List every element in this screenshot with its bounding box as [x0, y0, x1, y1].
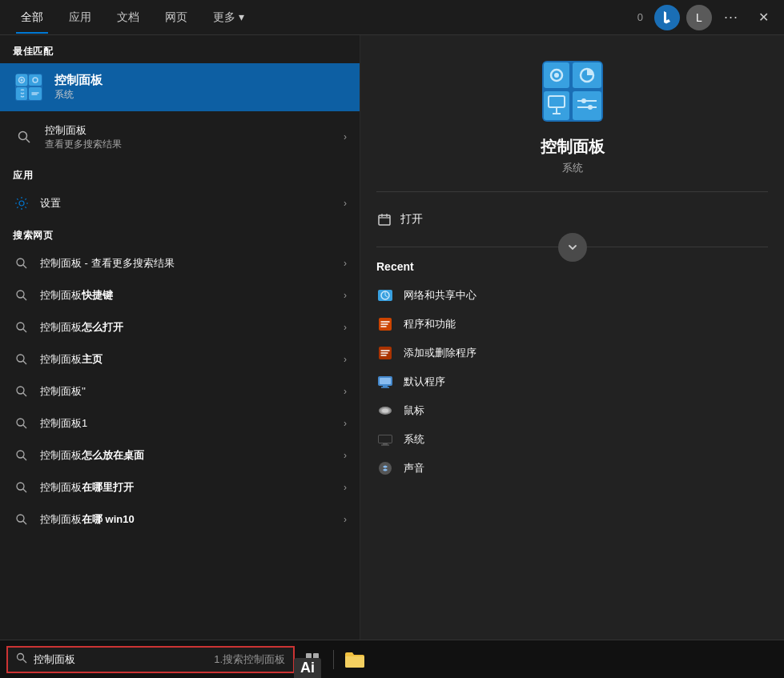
divider-line-right — [573, 247, 769, 247]
taskbar-search-box[interactable]: 控制面板 1.搜索控制面板 — [6, 646, 295, 673]
recent-title: Recent — [376, 260, 768, 273]
web-item-7-left: 控制面板在哪里打开 — [13, 479, 134, 496]
svg-line-10 — [26, 139, 30, 143]
svg-point-11 — [17, 259, 24, 266]
search-more-chevron: › — [344, 131, 347, 142]
web-item-3[interactable]: 控制面板主页 › — [0, 343, 360, 375]
tab-apps[interactable]: 应用 — [56, 2, 104, 33]
web-item-6-left: 控制面板怎么放在桌面 — [13, 447, 144, 464]
settings-icon — [13, 195, 30, 212]
web-item-8-chevron: › — [344, 514, 347, 525]
search-more-icon — [13, 126, 35, 148]
recent-icon-2 — [376, 344, 394, 362]
web-item-1-text: 控制面板快捷键 — [40, 288, 113, 303]
svg-line-26 — [23, 489, 26, 492]
close-button[interactable]: ✕ — [750, 5, 776, 30]
recent-icon-0 — [376, 287, 394, 304]
web-item-4-chevron: › — [344, 386, 347, 397]
recent-item-6[interactable]: 声音 — [376, 454, 768, 483]
svg-line-22 — [23, 425, 26, 428]
svg-point-7 — [21, 79, 23, 82]
web-item-8[interactable]: 控制面板在哪 win10 › — [0, 503, 360, 536]
tab-web[interactable]: 网页 — [152, 2, 200, 33]
svg-rect-57 — [379, 435, 392, 443]
svg-rect-33 — [573, 91, 601, 120]
tab-docs[interactable]: 文档 — [104, 2, 152, 33]
taskbar-search-icon — [16, 652, 27, 666]
tab-bar: 全部 应用 文档 网页 更多 ▾ 0 L ··· ✕ — [0, 0, 784, 35]
best-match-text: 控制面板 系统 — [54, 73, 103, 102]
svg-point-35 — [554, 73, 559, 78]
recent-item-1[interactable]: 程序和功能 — [376, 310, 768, 339]
taskbar-separator — [333, 650, 334, 669]
recent-icon-3 — [376, 373, 394, 391]
svg-point-42 — [581, 98, 586, 103]
taskbar-search-hint: 1.搜索控制面板 — [214, 652, 285, 667]
recent-item-5[interactable]: 系统 — [376, 425, 768, 454]
web-item-3-left: 控制面板主页 — [13, 351, 103, 368]
web-item-1-left: 控制面板快捷键 — [13, 287, 113, 304]
tab-all[interactable]: 全部 — [8, 2, 56, 33]
control-panel-icon — [14, 73, 43, 102]
svg-point-55 — [382, 409, 388, 413]
web-item-7-chevron: › — [344, 482, 347, 493]
recent-item-2[interactable]: 添加或删除程序 — [376, 339, 768, 367]
svg-line-20 — [23, 393, 26, 396]
recent-item-0-text: 网络和共享中心 — [404, 288, 476, 303]
web-item-8-left: 控制面板在哪 win10 — [13, 511, 135, 528]
web-item-4-text: 控制面板'' — [40, 384, 86, 399]
recent-icon-1 — [376, 315, 394, 333]
bing-button[interactable] — [654, 5, 680, 30]
svg-point-9 — [19, 132, 27, 140]
svg-point-25 — [17, 483, 24, 490]
recent-item-6-text: 声音 — [404, 461, 424, 475]
recent-item-2-text: 添加或删除程序 — [404, 346, 476, 360]
web-item-7[interactable]: 控制面板在哪里打开 › — [0, 471, 360, 503]
svg-point-23 — [17, 451, 24, 458]
web-item-5-text: 控制面板1 — [40, 416, 87, 431]
svg-point-19 — [17, 387, 24, 394]
scroll-down-button[interactable] — [558, 233, 587, 262]
recent-item-0[interactable]: 网络和共享中心 — [376, 281, 768, 310]
web-search-icon-3 — [13, 351, 30, 368]
web-search-icon-8 — [13, 511, 30, 528]
user-button[interactable]: L — [686, 5, 712, 30]
best-match-icon — [13, 71, 45, 103]
svg-rect-3 — [29, 74, 42, 86]
badge-count: 0 — [633, 10, 648, 25]
more-button[interactable]: ··· — [718, 5, 744, 30]
web-item-6[interactable]: 控制面板怎么放在桌面 › — [0, 439, 360, 471]
search-more-item[interactable]: 控制面板 查看更多搜索结果 › — [0, 114, 360, 159]
svg-point-61 — [18, 654, 24, 660]
recent-item-3-text: 默认程序 — [404, 375, 445, 389]
web-item-5[interactable]: 控制面板1 › — [0, 407, 360, 439]
svg-line-28 — [23, 521, 26, 524]
recent-item-1-text: 程序和功能 — [404, 317, 456, 331]
svg-point-60 — [379, 462, 392, 475]
recent-item-4-text: 鼠标 — [404, 403, 424, 418]
web-item-0[interactable]: 控制面板 - 查看更多搜索结果 › — [0, 247, 360, 279]
web-item-2[interactable]: 控制面板怎么打开 › — [0, 311, 360, 343]
scroll-divider — [376, 247, 768, 247]
web-search-icon-5 — [13, 415, 30, 432]
settings-item[interactable]: 设置 › — [0, 187, 360, 219]
web-search-icon-4 — [13, 383, 30, 400]
svg-line-14 — [23, 297, 26, 300]
svg-rect-5 — [29, 87, 42, 100]
taskbar-folder-button[interactable] — [340, 645, 369, 674]
web-item-5-left: 控制面板1 — [13, 415, 87, 432]
web-item-6-chevron: › — [344, 450, 347, 461]
best-match-title: 最佳匹配 — [0, 35, 360, 63]
svg-point-17 — [17, 355, 24, 362]
svg-point-21 — [17, 419, 24, 426]
bing-icon — [659, 10, 675, 26]
tab-more[interactable]: 更多 ▾ — [200, 2, 257, 33]
web-item-4[interactable]: 控制面板'' › — [0, 375, 360, 407]
open-action[interactable]: 打开 — [376, 205, 768, 234]
svg-line-24 — [23, 457, 26, 460]
recent-icon-5 — [376, 431, 394, 448]
web-item-1[interactable]: 控制面板快捷键 › — [0, 279, 360, 311]
best-match-item[interactable]: 控制面板 系统 — [0, 63, 360, 111]
recent-item-4[interactable]: 鼠标 — [376, 396, 768, 425]
recent-item-3[interactable]: 默认程序 — [376, 367, 768, 396]
